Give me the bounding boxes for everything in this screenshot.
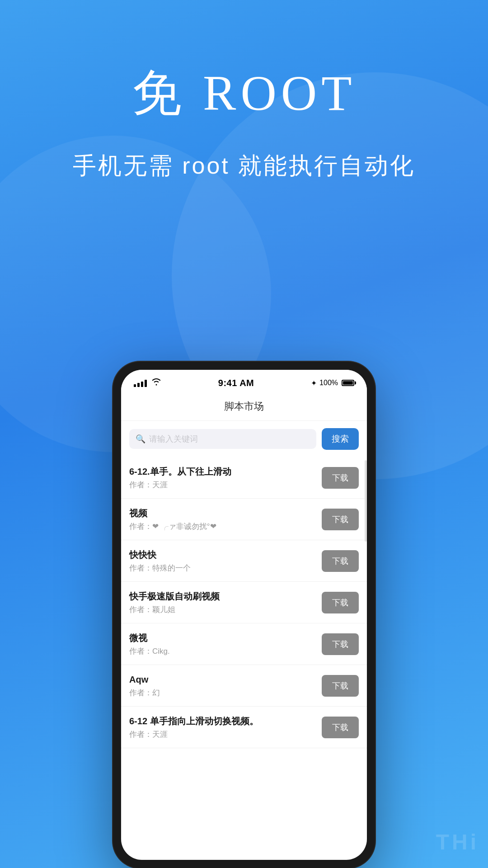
script-name: 快手极速版自动刷视频 <box>129 590 316 603</box>
phone-screen: 9:41 AM ✦ 100% 脚本市场 🔍 请输入关键词 <box>121 370 367 860</box>
phone-mockup-container: 9:41 AM ✦ 100% 脚本市场 🔍 请输入关键词 <box>113 362 375 868</box>
search-icon: 🔍 <box>136 434 145 444</box>
signal-bar-2 <box>137 383 140 387</box>
script-name: 微视 <box>129 632 316 644</box>
script-author: 作者：❤ ╭ァ非诚勿扰°❤ <box>129 521 316 532</box>
script-item: 6-12 单手指向上滑动切换视频。作者：天涯下载 <box>121 707 367 748</box>
script-info: 微视作者：Cikg. <box>129 632 316 656</box>
status-bar: 9:41 AM ✦ 100% <box>121 370 367 393</box>
script-name: 视频 <box>129 507 316 519</box>
hero-section: 免 ROOT 手机无需 root 就能执行自动化 <box>0 0 488 182</box>
download-button[interactable]: 下载 <box>322 467 359 489</box>
script-info: 视频作者：❤ ╭ァ非诚勿扰°❤ <box>129 507 316 532</box>
script-list: 6-12.单手。从下往上滑动作者：天涯下载视频作者：❤ ╭ァ非诚勿扰°❤下载快快… <box>121 457 367 748</box>
script-author: 作者：Cikg. <box>129 646 316 656</box>
bottom-label: THi <box>436 830 488 854</box>
download-button[interactable]: 下载 <box>322 717 359 738</box>
script-name: 6-12.单手。从下往上滑动 <box>129 465 316 478</box>
download-button[interactable]: 下载 <box>322 592 359 613</box>
app-title: 脚本市场 <box>224 401 264 412</box>
search-placeholder: 请输入关键词 <box>149 434 198 444</box>
bluetooth-icon: ✦ <box>311 379 317 387</box>
status-time: 9:41 AM <box>218 378 254 388</box>
status-left <box>134 378 161 387</box>
download-button[interactable]: 下载 <box>322 675 359 697</box>
battery-icon <box>342 380 354 386</box>
script-author: 作者：天涯 <box>129 480 316 490</box>
script-item: Aqw作者：幻下载 <box>121 665 367 707</box>
battery-fill <box>343 381 353 385</box>
script-item: 快快快作者：特殊的一个下载 <box>121 540 367 582</box>
download-button[interactable]: 下载 <box>322 509 359 530</box>
script-item: 快手极速版自动刷视频作者：颖儿姐下载 <box>121 582 367 623</box>
script-item: 6-12.单手。从下往上滑动作者：天涯下载 <box>121 457 367 499</box>
script-info: 快快快作者：特殊的一个 <box>129 548 316 573</box>
script-name: 快快快 <box>129 548 316 561</box>
signal-bar-1 <box>134 384 136 387</box>
scroll-indicator <box>365 460 367 542</box>
signal-bar-3 <box>141 382 143 387</box>
script-name: 6-12 单手指向上滑动切换视频。 <box>129 715 316 727</box>
download-button[interactable]: 下载 <box>322 633 359 655</box>
script-info: 6-12.单手。从下往上滑动作者：天涯 <box>129 465 316 490</box>
script-item: 微视作者：Cikg.下载 <box>121 623 367 665</box>
script-author: 作者：幻 <box>129 688 316 698</box>
status-right: ✦ 100% <box>311 379 354 387</box>
wifi-icon <box>151 378 161 387</box>
script-author: 作者：天涯 <box>129 729 316 740</box>
download-button[interactable]: 下载 <box>322 550 359 572</box>
script-info: 6-12 单手指向上滑动切换视频。作者：天涯 <box>129 715 316 740</box>
search-input-wrap[interactable]: 🔍 请输入关键词 <box>129 429 316 449</box>
script-author: 作者：特殊的一个 <box>129 563 316 573</box>
script-item: 视频作者：❤ ╭ァ非诚勿扰°❤下载 <box>121 499 367 540</box>
search-area: 🔍 请输入关键词 搜索 <box>121 421 367 457</box>
script-name: Aqw <box>129 673 316 686</box>
script-info: 快手极速版自动刷视频作者：颖儿姐 <box>129 590 316 615</box>
search-button[interactable]: 搜索 <box>322 428 359 450</box>
hero-subtitle: 手机无需 root 就能执行自动化 <box>0 150 488 182</box>
hero-title: 免 ROOT <box>0 63 488 123</box>
battery-percent: 100% <box>319 379 338 387</box>
script-author: 作者：颖儿姐 <box>129 604 316 615</box>
script-info: Aqw作者：幻 <box>129 673 316 698</box>
signal-bar-4 <box>145 380 147 387</box>
app-header: 脚本市场 <box>121 393 367 421</box>
signal-bars <box>134 379 147 387</box>
phone-mockup: 9:41 AM ✦ 100% 脚本市场 🔍 请输入关键词 <box>113 362 375 868</box>
